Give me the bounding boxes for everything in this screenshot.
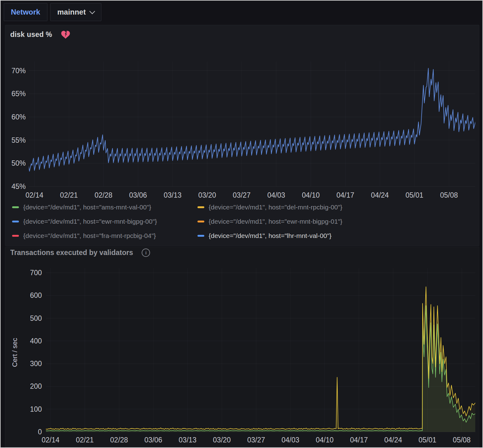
x-tick-label: 04/17 xyxy=(350,436,368,444)
legend-item[interactable]: {device="/dev/md1", host="ewr-mnt-bigpg-… xyxy=(12,217,197,226)
legend-swatch-icon xyxy=(197,235,204,237)
x-tick-label: 03/06 xyxy=(129,191,147,199)
y-tick-label: 70% xyxy=(11,67,26,75)
x-tick-label: 03/27 xyxy=(247,436,265,444)
legend-swatch-icon xyxy=(197,221,204,222)
y-tick-label: 200 xyxy=(30,382,42,390)
legend-item[interactable]: {device="/dev/md1", host="ams-mnt-val-00… xyxy=(12,203,197,212)
panel-disk-used-header: disk used % xyxy=(10,30,70,39)
axes: 02/1402/2102/2803/0603/1303/2003/2704/03… xyxy=(30,268,475,444)
validator-certs-yellow-line xyxy=(46,287,476,430)
y-tick-label: 100 xyxy=(30,405,42,413)
legend-label: {device="/dev/md1", host="fra-mnt-rpcbig… xyxy=(23,232,156,240)
broken-heart-icon xyxy=(61,30,70,39)
y-tick-label: 50% xyxy=(11,159,26,167)
grafana-dashboard: Network mainnet disk used % 02/1402/2102… xyxy=(0,0,483,448)
y-tick-label: 500 xyxy=(30,314,42,322)
legend-label: {device="/dev/md1", host="ams-mnt-val-00… xyxy=(23,204,151,211)
chevron-down-icon xyxy=(89,8,95,14)
network-variable-value: mainnet xyxy=(57,8,86,16)
variable-toolbar: Network mainnet xyxy=(4,3,101,21)
x-tick-label: 02/14 xyxy=(25,191,43,199)
legend-label: {device="/dev/md1", host="ewr-mnt-bigpg-… xyxy=(209,218,342,225)
x-tick-label: 05/01 xyxy=(405,191,423,199)
x-tick-label: 02/28 xyxy=(110,436,128,444)
validator-certs-green-line xyxy=(46,306,476,431)
x-tick-label: 03/20 xyxy=(213,436,231,444)
panel-disk-used-title[interactable]: disk used % xyxy=(10,30,52,39)
x-tick-label: 03/13 xyxy=(164,191,182,199)
y-tick-label: 45% xyxy=(11,182,26,190)
axes: 02/1402/2102/2803/0603/1303/2003/2704/03… xyxy=(11,61,475,199)
legend-swatch-icon xyxy=(12,206,19,208)
x-tick-label: 03/13 xyxy=(179,436,197,444)
legend-item[interactable]: {device="/dev/md1", host="ewr-mnt-bigpg-… xyxy=(197,217,471,226)
y-tick-label: 0 xyxy=(38,428,42,436)
x-tick-label: 04/24 xyxy=(371,191,389,199)
panel-transactions: Transactions executed by validators i 02… xyxy=(5,247,479,447)
x-tick-label: 02/21 xyxy=(60,191,78,199)
x-tick-label: 04/03 xyxy=(267,191,285,199)
panel-transactions-header: Transactions executed by validators i xyxy=(10,249,150,257)
x-tick-label: 04/10 xyxy=(316,436,334,444)
y-axis-label: Cert / sec xyxy=(11,338,19,367)
legend-swatch-icon xyxy=(12,221,19,222)
x-tick-label: 05/08 xyxy=(440,191,458,199)
x-tick-label: 03/06 xyxy=(144,436,162,444)
legend-label: {device="/dev/md1", host="lhr-mnt-val-00… xyxy=(209,232,331,240)
y-tick-label: 60% xyxy=(11,113,26,121)
y-tick-label: 65% xyxy=(11,90,26,98)
validator-certs-green-fill xyxy=(46,306,476,432)
legend-label: {device="/dev/md1", host="ewr-mnt-bigpg-… xyxy=(23,218,157,225)
validator-certs-yellow-fill xyxy=(46,287,476,432)
x-tick-label: 05/08 xyxy=(453,436,471,444)
y-tick-label: 700 xyxy=(30,269,42,277)
transactions-chart[interactable]: 02/1402/2102/2803/0603/1303/2003/2704/03… xyxy=(5,247,480,448)
network-variable-label: Network xyxy=(4,3,47,21)
legend-item[interactable]: {device="/dev/md1", host="fra-mnt-rpcbig… xyxy=(12,231,197,240)
y-tick-label: 300 xyxy=(30,360,42,368)
panel-disk-used: disk used % 02/1402/2102/2803/0603/1303/… xyxy=(5,25,479,246)
y-tick-label: 400 xyxy=(30,337,42,345)
network-variable-dropdown[interactable]: mainnet xyxy=(50,3,101,21)
x-tick-label: 04/03 xyxy=(281,436,299,444)
x-tick-label: 04/17 xyxy=(336,191,354,199)
info-icon[interactable]: i xyxy=(142,249,150,257)
x-tick-label: 04/10 xyxy=(302,191,320,199)
x-tick-label: 04/24 xyxy=(384,436,402,444)
y-tick-label: 55% xyxy=(11,136,26,144)
x-tick-label: 03/20 xyxy=(198,191,216,199)
x-tick-label: 02/21 xyxy=(76,436,94,444)
panel-transactions-title[interactable]: Transactions executed by validators xyxy=(10,249,133,257)
legend-swatch-icon xyxy=(197,206,204,208)
x-tick-label: 05/01 xyxy=(419,436,436,444)
legend-swatch-icon xyxy=(12,235,19,237)
legend-item[interactable]: {device="/dev/md1", host="lhr-mnt-val-00… xyxy=(197,231,471,240)
x-tick-label: 03/27 xyxy=(233,191,251,199)
x-tick-label: 02/14 xyxy=(42,436,60,444)
x-tick-label: 02/28 xyxy=(95,191,113,199)
legend-label: {device="/dev/md1", host="del-mnt-rpcbig… xyxy=(209,204,342,211)
legend-item[interactable]: {device="/dev/md1", host="del-mnt-rpcbig… xyxy=(197,203,471,212)
y-tick-label: 600 xyxy=(30,291,42,299)
disk-used-series-line xyxy=(29,68,478,171)
network-variable-label-text: Network xyxy=(11,8,40,16)
disk-used-legend: {device="/dev/md1", host="ams-mnt-val-00… xyxy=(12,203,471,240)
